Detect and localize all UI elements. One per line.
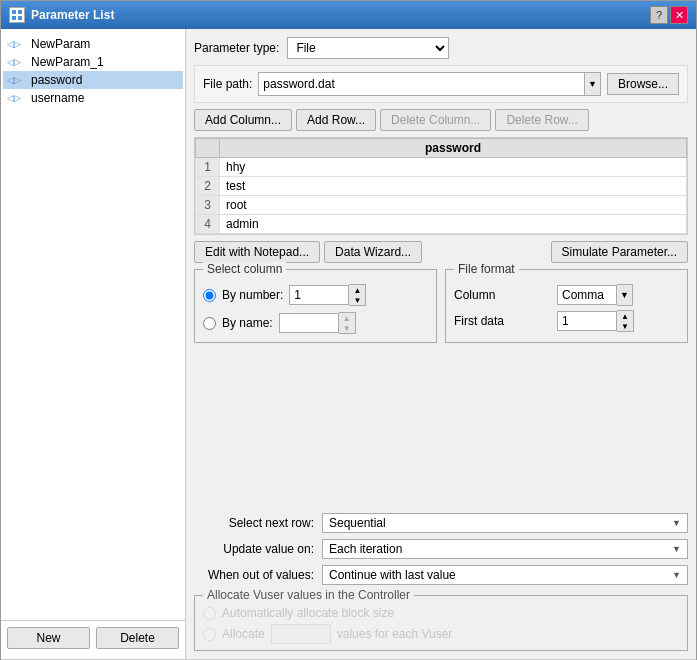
update-value-on-label: Update value on: <box>194 542 314 556</box>
by-name-input[interactable] <box>279 313 339 333</box>
file-path-input[interactable] <box>259 75 584 93</box>
by-name-radio[interactable] <box>203 317 216 330</box>
data-wizard-button[interactable]: Data Wizard... <box>324 241 422 263</box>
when-out-of-values-value: Continue with last value <box>329 568 456 582</box>
delete-column-button[interactable]: Delete Column... <box>380 109 491 131</box>
when-out-of-values-arrow: ▼ <box>672 570 681 580</box>
tree-icon: ◁▷ <box>7 39 27 49</box>
row-number: 3 <box>196 196 220 215</box>
select-next-row-row: Select next row: Sequential ▼ <box>194 513 688 533</box>
help-button[interactable]: ? <box>650 6 668 24</box>
sidebar-item-label: password <box>31 73 82 87</box>
select-next-row-arrow: ▼ <box>672 518 681 528</box>
auto-allocate-label: Automatically allocate block size <box>222 606 394 620</box>
add-column-button[interactable]: Add Column... <box>194 109 292 131</box>
add-row-button[interactable]: Add Row... <box>296 109 376 131</box>
title-bar-left: Parameter List <box>9 7 114 23</box>
by-number-down[interactable]: ▼ <box>349 295 365 305</box>
file-format-group: File format Column ▼ First data ▲ ▼ <box>445 269 688 343</box>
password-column-header: password <box>220 139 687 158</box>
title-buttons: ? ✕ <box>650 6 688 24</box>
param-type-label: Parameter type: <box>194 41 279 55</box>
first-data-down[interactable]: ▼ <box>617 321 633 331</box>
sidebar: ◁▷NewParam◁▷NewParam_1◁▷password◁▷userna… <box>1 29 186 659</box>
when-out-of-values-dropdown[interactable]: Continue with last value ▼ <box>322 565 688 585</box>
by-number-up[interactable]: ▲ <box>349 285 365 295</box>
first-data-label: First data <box>454 314 549 328</box>
sidebar-tree: ◁▷NewParam◁▷NewParam_1◁▷password◁▷userna… <box>1 33 185 620</box>
allocate-radio <box>203 628 216 641</box>
by-number-input[interactable] <box>289 285 349 305</box>
select-column-content: By number: ▲ ▼ By name: <box>203 284 428 334</box>
by-number-label: By number: <box>222 288 283 302</box>
select-next-row-label: Select next row: <box>194 516 314 530</box>
by-name-combo: ▲ ▼ <box>279 312 356 334</box>
table-cell[interactable]: root <box>220 196 687 215</box>
update-value-on-arrow: ▼ <box>672 544 681 554</box>
file-format-label: File format <box>454 262 519 276</box>
by-name-row: By name: ▲ ▼ <box>203 312 428 334</box>
bottom-section: Select next row: Sequential ▼ Update val… <box>194 513 688 651</box>
table-cell[interactable]: hhy <box>220 158 687 177</box>
first-data-up[interactable]: ▲ <box>617 311 633 321</box>
param-type-row: Parameter type: File <box>194 37 688 59</box>
sidebar-buttons: New Delete <box>1 620 185 655</box>
allocate-group-label: Allocate Vuser values in the Controller <box>203 588 414 602</box>
select-next-row-dropdown[interactable]: Sequential ▼ <box>322 513 688 533</box>
file-path-dropdown-arrow[interactable]: ▼ <box>584 73 600 95</box>
table-row: 3root <box>196 196 687 215</box>
tree-icon: ◁▷ <box>7 93 27 103</box>
sidebar-item-newparam[interactable]: ◁▷NewParam <box>3 35 183 53</box>
data-table: password 1hhy2test3root4admin <box>195 138 687 234</box>
first-data-input[interactable] <box>557 311 617 331</box>
param-type-select[interactable]: File <box>288 38 448 58</box>
table-cell[interactable]: test <box>220 177 687 196</box>
data-table-container: password 1hhy2test3root4admin <box>194 137 688 235</box>
by-number-radio[interactable] <box>203 289 216 302</box>
table-cell[interactable]: admin <box>220 215 687 234</box>
select-column-group: Select column By number: ▲ ▼ <box>194 269 437 343</box>
simulate-param-button[interactable]: Simulate Parameter... <box>551 241 688 263</box>
by-name-up[interactable]: ▲ <box>339 313 355 323</box>
allocate-row: Allocate values for each Vuser <box>203 624 679 644</box>
column-value-input[interactable] <box>557 285 617 305</box>
when-out-of-values-label: When out of values: <box>194 568 314 582</box>
svg-rect-3 <box>18 16 22 20</box>
sidebar-item-label: NewParam <box>31 37 90 51</box>
app-icon <box>9 7 25 23</box>
two-col-row: Select column By number: ▲ ▼ <box>194 269 688 343</box>
by-number-spin: ▲ ▼ <box>289 284 366 306</box>
sidebar-item-newparam_1[interactable]: ◁▷NewParam_1 <box>3 53 183 71</box>
allocate-label: Allocate <box>222 627 265 641</box>
auto-allocate-radio <box>203 607 216 620</box>
svg-rect-1 <box>18 10 22 14</box>
row-num-header <box>196 139 220 158</box>
delete-button[interactable]: Delete <box>96 627 179 649</box>
action-row-left: Edit with Notepad... Data Wizard... <box>194 241 422 263</box>
row-number: 2 <box>196 177 220 196</box>
delete-row-button[interactable]: Delete Row... <box>495 109 588 131</box>
row-number: 4 <box>196 215 220 234</box>
dialog-body: ◁▷NewParam◁▷NewParam_1◁▷password◁▷userna… <box>1 29 696 659</box>
table-row: 1hhy <box>196 158 687 177</box>
column-combo-arrow[interactable]: ▼ <box>617 284 633 306</box>
title-bar: Parameter List ? ✕ <box>1 1 696 29</box>
by-name-spin-buttons: ▲ ▼ <box>339 312 356 334</box>
by-number-row: By number: ▲ ▼ <box>203 284 428 306</box>
update-value-on-dropdown[interactable]: Each iteration ▼ <box>322 539 688 559</box>
update-value-on-row: Update value on: Each iteration ▼ <box>194 539 688 559</box>
svg-rect-0 <box>12 10 16 14</box>
new-button[interactable]: New <box>7 627 90 649</box>
edit-notepad-button[interactable]: Edit with Notepad... <box>194 241 320 263</box>
sidebar-item-username[interactable]: ◁▷username <box>3 89 183 107</box>
title-close-button[interactable]: ✕ <box>670 6 688 24</box>
parameter-list-dialog: Parameter List ? ✕ ◁▷NewParam◁▷NewParam_… <box>0 0 697 660</box>
table-row: 4admin <box>196 215 687 234</box>
update-value-on-value: Each iteration <box>329 542 402 556</box>
by-name-down[interactable]: ▼ <box>339 323 355 333</box>
tree-icon: ◁▷ <box>7 57 27 67</box>
browse-button[interactable]: Browse... <box>607 73 679 95</box>
first-data-spin: ▲ ▼ <box>557 310 679 332</box>
sidebar-item-password[interactable]: ◁▷password <box>3 71 183 89</box>
sidebar-item-label: username <box>31 91 84 105</box>
